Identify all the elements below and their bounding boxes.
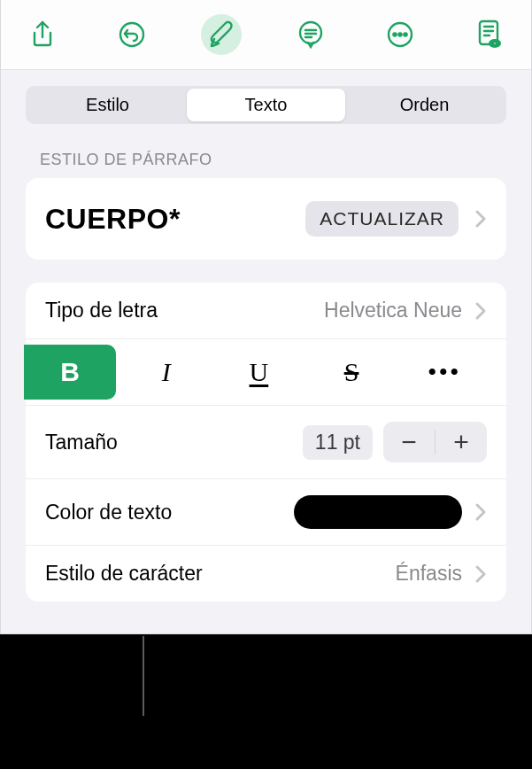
italic-button[interactable]: I [123,345,209,400]
strikethrough-button[interactable]: S [309,345,395,400]
character-style-value: Énfasis [396,562,462,586]
character-style-label: Estilo de carácter [45,562,383,586]
paragraph-style-header: Estilo de párrafo [1,135,531,178]
text-properties-group: Tipo de letra Helvetica Neue B I U S •••… [26,283,506,602]
tab-text[interactable]: Texto [187,89,345,121]
text-color-swatch[interactable] [294,495,462,529]
svg-point-5 [404,33,406,35]
font-label: Tipo de letra [45,299,312,322]
font-value: Helvetica Neue [324,299,462,322]
chevron-right-icon [474,502,487,522]
undo-icon[interactable] [112,14,152,55]
text-color-row[interactable]: Color de texto [26,478,506,545]
svg-point-4 [398,33,401,35]
font-row[interactable]: Tipo de letra Helvetica Neue [26,283,506,338]
size-stepper: − + [383,422,487,462]
more-icon[interactable] [380,14,420,55]
paragraph-style-card[interactable]: CUERPO* ACTUALIZAR [26,178,506,260]
tab-style[interactable]: Estilo [28,89,187,121]
text-style-buttons: B I U S ••• [26,338,506,405]
comment-icon[interactable] [290,14,331,55]
callout-line [143,636,144,716]
character-style-row[interactable]: Estilo de carácter Énfasis [26,545,506,602]
underline-button[interactable]: U [216,345,302,400]
format-brush-icon[interactable] [201,14,242,55]
update-style-button[interactable]: ACTUALIZAR [305,201,459,237]
chevron-right-icon [474,564,487,584]
size-decrease-button[interactable]: − [383,422,435,462]
size-value[interactable]: 11 pt [303,425,373,460]
size-row: Tamaño 11 pt − + [26,405,506,478]
text-color-label: Color de texto [45,501,281,524]
more-text-options-button[interactable]: ••• [401,345,487,400]
chevron-right-icon [474,301,487,321]
tab-order[interactable]: Orden [345,89,504,121]
size-label: Tamaño [45,431,290,454]
svg-point-3 [393,33,396,35]
size-increase-button[interactable]: + [436,422,487,462]
share-icon[interactable] [22,14,63,55]
format-tabs: Estilo Texto Orden [26,86,506,124]
chevron-right-icon [474,209,487,229]
bold-button[interactable]: B [24,345,116,400]
top-toolbar [1,0,531,70]
svg-point-8 [493,42,497,45]
view-mode-icon[interactable] [469,14,510,55]
paragraph-style-name: CUERPO* [45,203,289,236]
